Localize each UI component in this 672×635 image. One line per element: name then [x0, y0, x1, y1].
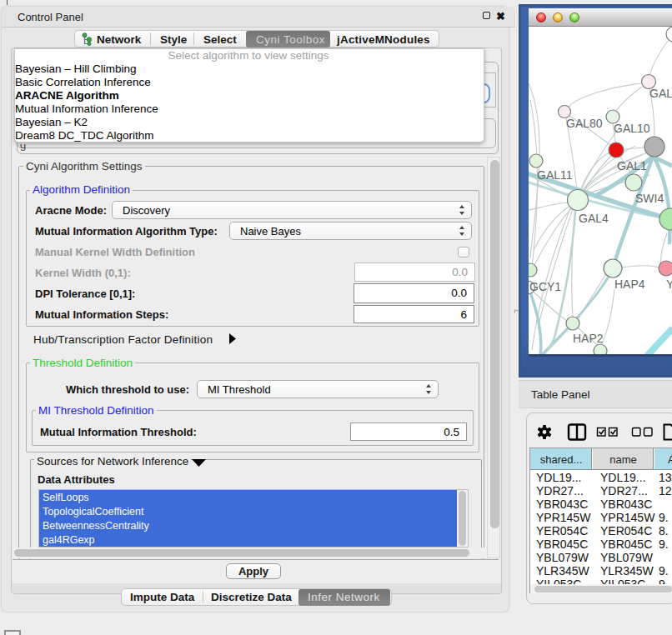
- svg-text:Y: Y: [666, 278, 672, 291]
- svg-text:GAL1: GAL1: [617, 159, 647, 172]
- svg-text:HAP4: HAP4: [614, 278, 645, 291]
- svg-text:GAL: GAL: [649, 87, 672, 100]
- svg-text:HAP2: HAP2: [573, 332, 604, 345]
- svg-text:GAL11: GAL11: [537, 168, 573, 182]
- svg-text:GAL80: GAL80: [566, 117, 603, 130]
- svg-text:GCY1: GCY1: [529, 280, 561, 293]
- svg-text:SWI4: SWI4: [635, 192, 664, 205]
- svg-text:GAL4: GAL4: [579, 212, 609, 225]
- svg-text:GAL10: GAL10: [614, 122, 650, 135]
